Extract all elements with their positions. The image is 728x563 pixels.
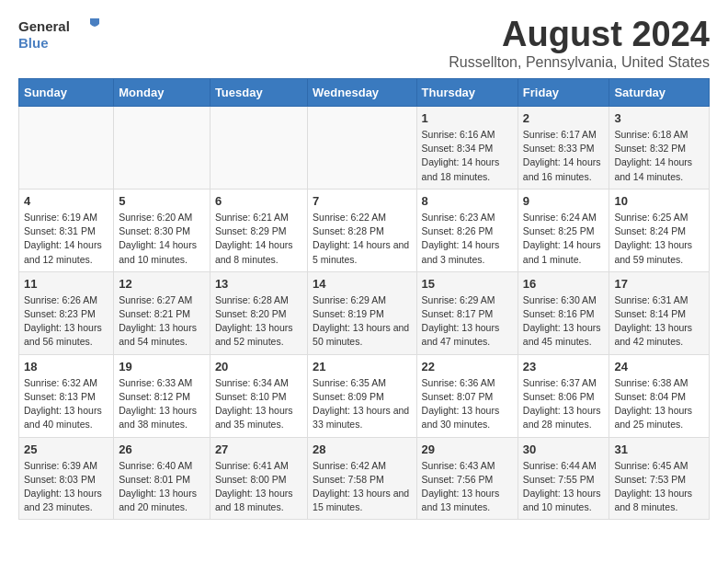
header: General Blue August 2024 Russellton, Pen… (18, 15, 710, 71)
day-number: 18 (24, 360, 108, 373)
cell-4-5: 22 Sunrise: 6:36 AM Sunset: 8:07 PM Dayl… (416, 354, 518, 437)
cell-3-5: 15 Sunrise: 6:29 AM Sunset: 8:17 PM Dayl… (416, 271, 518, 354)
day-info: Sunrise: 6:38 AM Sunset: 8:04 PM Dayligh… (614, 376, 704, 432)
day-number: 29 (422, 442, 513, 456)
cell-2-4: 7 Sunrise: 6:22 AM Sunset: 8:28 PM Dayli… (308, 189, 416, 271)
day-number: 10 (614, 194, 704, 208)
day-number: 22 (422, 360, 513, 373)
day-info: Sunrise: 6:37 AM Sunset: 8:06 PM Dayligh… (523, 376, 605, 432)
cell-2-5: 8 Sunrise: 6:23 AM Sunset: 8:26 PM Dayli… (416, 189, 518, 271)
day-number: 19 (119, 360, 205, 373)
cell-1-1 (19, 107, 114, 190)
day-number: 9 (523, 194, 605, 208)
col-thursday: Thursday (416, 79, 518, 107)
cell-5-4: 28 Sunrise: 6:42 AM Sunset: 7:58 PM Dayl… (308, 437, 416, 520)
day-info: Sunrise: 6:26 AM Sunset: 8:23 PM Dayligh… (24, 293, 108, 350)
day-number: 23 (523, 360, 605, 373)
week-row-5: 25 Sunrise: 6:39 AM Sunset: 8:03 PM Dayl… (19, 437, 710, 520)
day-info: Sunrise: 6:17 AM Sunset: 8:33 PM Dayligh… (523, 128, 605, 184)
day-number: 13 (215, 277, 302, 291)
day-number: 5 (119, 194, 205, 208)
day-info: Sunrise: 6:19 AM Sunset: 8:31 PM Dayligh… (24, 211, 108, 267)
cell-5-5: 29 Sunrise: 6:43 AM Sunset: 7:56 PM Dayl… (416, 437, 518, 520)
col-friday: Friday (518, 79, 609, 107)
cell-3-7: 17 Sunrise: 6:31 AM Sunset: 8:14 PM Dayl… (609, 271, 710, 354)
day-info: Sunrise: 6:45 AM Sunset: 7:53 PM Dayligh… (614, 459, 704, 515)
cell-5-6: 30 Sunrise: 6:44 AM Sunset: 7:55 PM Dayl… (518, 437, 609, 520)
cell-1-6: 2 Sunrise: 6:17 AM Sunset: 8:33 PM Dayli… (518, 107, 609, 190)
day-info: Sunrise: 6:20 AM Sunset: 8:30 PM Dayligh… (119, 211, 205, 267)
calendar-body: 1 Sunrise: 6:16 AM Sunset: 8:34 PM Dayli… (19, 107, 710, 520)
cell-3-4: 14 Sunrise: 6:29 AM Sunset: 8:19 PM Dayl… (308, 271, 416, 354)
cell-4-4: 21 Sunrise: 6:35 AM Sunset: 8:09 PM Dayl… (308, 354, 416, 437)
svg-text:Blue: Blue (18, 35, 49, 51)
col-sunday: Sunday (19, 79, 114, 107)
cell-5-2: 26 Sunrise: 6:40 AM Sunset: 8:01 PM Dayl… (114, 437, 210, 520)
day-info: Sunrise: 6:21 AM Sunset: 8:29 PM Dayligh… (215, 211, 302, 267)
day-number: 15 (422, 277, 513, 291)
day-info: Sunrise: 6:33 AM Sunset: 8:12 PM Dayligh… (119, 376, 205, 432)
day-info: Sunrise: 6:44 AM Sunset: 7:55 PM Dayligh… (523, 459, 605, 515)
col-saturday: Saturday (609, 79, 710, 107)
cell-3-2: 12 Sunrise: 6:27 AM Sunset: 8:21 PM Dayl… (114, 271, 210, 354)
day-number: 14 (313, 277, 411, 291)
subtitle: Russellton, Pennsylvania, United States (449, 54, 710, 71)
cell-2-7: 10 Sunrise: 6:25 AM Sunset: 8:24 PM Dayl… (609, 189, 710, 271)
day-info: Sunrise: 6:18 AM Sunset: 8:32 PM Dayligh… (614, 128, 704, 184)
day-info: Sunrise: 6:34 AM Sunset: 8:10 PM Dayligh… (215, 376, 302, 432)
week-row-1: 1 Sunrise: 6:16 AM Sunset: 8:34 PM Dayli… (19, 107, 710, 190)
header-row: Sunday Monday Tuesday Wednesday Thursday… (19, 79, 710, 107)
col-wednesday: Wednesday (308, 79, 416, 107)
title-area: August 2024 Russellton, Pennsylvania, Un… (449, 15, 710, 71)
cell-1-4 (308, 107, 416, 190)
cell-4-1: 18 Sunrise: 6:32 AM Sunset: 8:13 PM Dayl… (19, 354, 114, 437)
cell-5-1: 25 Sunrise: 6:39 AM Sunset: 8:03 PM Dayl… (19, 437, 114, 520)
cell-1-5: 1 Sunrise: 6:16 AM Sunset: 8:34 PM Dayli… (416, 107, 518, 190)
day-number: 3 (614, 111, 704, 125)
day-number: 26 (119, 442, 205, 456)
day-info: Sunrise: 6:36 AM Sunset: 8:07 PM Dayligh… (422, 376, 513, 432)
day-number: 2 (523, 111, 605, 125)
day-number: 11 (24, 277, 108, 291)
week-row-2: 4 Sunrise: 6:19 AM Sunset: 8:31 PM Dayli… (19, 189, 710, 271)
calendar-table: Sunday Monday Tuesday Wednesday Thursday… (18, 78, 710, 520)
day-number: 28 (313, 442, 411, 456)
day-info: Sunrise: 6:29 AM Sunset: 8:17 PM Dayligh… (422, 293, 513, 350)
cell-3-1: 11 Sunrise: 6:26 AM Sunset: 8:23 PM Dayl… (19, 271, 114, 354)
cell-5-7: 31 Sunrise: 6:45 AM Sunset: 7:53 PM Dayl… (609, 437, 710, 520)
day-number: 24 (614, 360, 704, 373)
cell-2-3: 6 Sunrise: 6:21 AM Sunset: 8:29 PM Dayli… (210, 189, 307, 271)
svg-text:General: General (18, 18, 70, 34)
logo-svg: General Blue (18, 15, 101, 52)
logo: General Blue (18, 15, 101, 52)
day-number: 20 (215, 360, 302, 373)
day-info: Sunrise: 6:31 AM Sunset: 8:14 PM Dayligh… (614, 293, 704, 350)
day-number: 8 (422, 194, 513, 208)
day-info: Sunrise: 6:22 AM Sunset: 8:28 PM Dayligh… (313, 211, 411, 267)
day-number: 4 (24, 194, 108, 208)
day-number: 12 (119, 277, 205, 291)
day-number: 25 (24, 442, 108, 456)
day-info: Sunrise: 6:24 AM Sunset: 8:25 PM Dayligh… (523, 211, 605, 267)
day-number: 27 (215, 442, 302, 456)
day-info: Sunrise: 6:23 AM Sunset: 8:26 PM Dayligh… (422, 211, 513, 267)
cell-2-2: 5 Sunrise: 6:20 AM Sunset: 8:30 PM Dayli… (114, 189, 210, 271)
week-row-4: 18 Sunrise: 6:32 AM Sunset: 8:13 PM Dayl… (19, 354, 710, 437)
day-info: Sunrise: 6:43 AM Sunset: 7:56 PM Dayligh… (422, 459, 513, 515)
cell-5-3: 27 Sunrise: 6:41 AM Sunset: 8:00 PM Dayl… (210, 437, 307, 520)
cell-3-6: 16 Sunrise: 6:30 AM Sunset: 8:16 PM Dayl… (518, 271, 609, 354)
day-number: 16 (523, 277, 605, 291)
col-monday: Monday (114, 79, 210, 107)
cell-3-3: 13 Sunrise: 6:28 AM Sunset: 8:20 PM Dayl… (210, 271, 307, 354)
day-info: Sunrise: 6:42 AM Sunset: 7:58 PM Dayligh… (313, 459, 411, 515)
day-info: Sunrise: 6:30 AM Sunset: 8:16 PM Dayligh… (523, 293, 605, 350)
cell-1-2 (114, 107, 210, 190)
week-row-3: 11 Sunrise: 6:26 AM Sunset: 8:23 PM Dayl… (19, 271, 710, 354)
day-info: Sunrise: 6:29 AM Sunset: 8:19 PM Dayligh… (313, 293, 411, 350)
cell-1-3 (210, 107, 307, 190)
day-info: Sunrise: 6:40 AM Sunset: 8:01 PM Dayligh… (119, 459, 205, 515)
day-info: Sunrise: 6:41 AM Sunset: 8:00 PM Dayligh… (215, 459, 302, 515)
col-tuesday: Tuesday (210, 79, 307, 107)
day-info: Sunrise: 6:25 AM Sunset: 8:24 PM Dayligh… (614, 211, 704, 267)
main-title: August 2024 (449, 15, 710, 54)
